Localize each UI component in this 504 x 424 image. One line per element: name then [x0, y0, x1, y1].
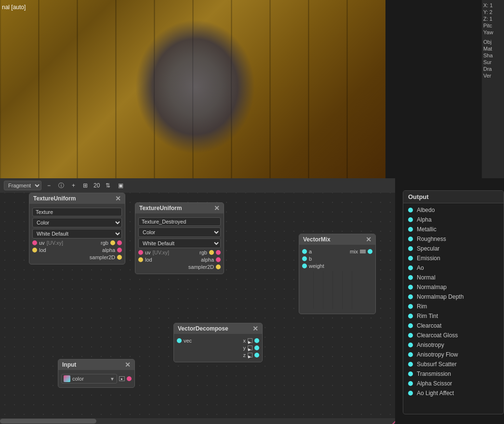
texture1-alpha-out-socket[interactable]	[117, 248, 122, 252]
node-input-close[interactable]: ✕	[125, 361, 131, 368]
output-item-metallic[interactable]: Metallic	[403, 225, 504, 234]
vectordecompose-x-arrow[interactable]: ▸	[248, 338, 252, 343]
node-vectordecompose-title: VectorDecompose	[178, 325, 228, 332]
node-texture2-close[interactable]: ✕	[214, 205, 220, 212]
vectormix-weight-label: weight	[309, 263, 324, 269]
vectormix-b-socket[interactable]	[302, 256, 307, 261]
output-item-anisotropy-flow[interactable]: Anisotropy Flow	[403, 350, 504, 359]
output-item-normalmap-depth[interactable]: Normalmap Depth	[403, 292, 504, 302]
pitch-info: Pitc	[483, 23, 503, 28]
right-info-panel: X: 1 Y: 2 Z: 1 Pitc Yaw Obj Mat Sha Sur …	[482, 0, 504, 178]
arrows-button[interactable]: ⇅	[104, 181, 112, 190]
output-dot-12	[408, 323, 413, 328]
output-label-9: Normalmap Depth	[417, 293, 464, 300]
output-item-roughness[interactable]: Roughness	[403, 234, 504, 244]
output-item-rim[interactable]: Rim	[403, 302, 504, 311]
vectormix-a-socket[interactable]	[302, 249, 307, 254]
node-toolbar: Fragment − ⓘ + ⊞ 20 ⇅ ▣	[0, 178, 395, 193]
texture2-rgb-out2-socket[interactable]	[216, 250, 221, 255]
vectormix-mix-out-socket[interactable]	[368, 249, 372, 254]
node-input-title: Input	[62, 361, 76, 368]
texture1-rgb-out2-socket[interactable]	[117, 240, 122, 245]
texture2-rgb-out-socket[interactable]	[209, 250, 214, 255]
input-color-out-socket[interactable]	[127, 376, 132, 381]
texture2-white-select[interactable]: White Default	[138, 238, 221, 248]
vectordecompose-z-arrow[interactable]: ▸	[248, 353, 252, 358]
output-list: AlbedoAlphaMetallicRoughnessSpecularEmis…	[403, 203, 504, 412]
node-vectordecompose-close[interactable]: ✕	[252, 325, 258, 332]
texture2-color-select[interactable]: Color	[138, 227, 221, 237]
output-dot-16	[408, 362, 413, 367]
output-item-emission[interactable]: Emission	[403, 253, 504, 263]
output-item-normalmap[interactable]: Normalmap	[403, 282, 504, 292]
dra-info: Dra	[483, 66, 503, 72]
texture2-lod-socket[interactable]	[138, 257, 143, 262]
node-texture2-header[interactable]: TextureUniform ✕	[135, 203, 224, 213]
input-color-arrow2[interactable]: ▸	[119, 376, 125, 381]
zoom-in-button[interactable]: +	[70, 181, 77, 190]
output-item-normal[interactable]: Normal	[403, 273, 504, 282]
node-vectordecompose-header[interactable]: VectorDecompose ✕	[174, 323, 262, 334]
output-item-anisotropy[interactable]: Anisotropy	[403, 340, 504, 350]
texture2-texture-input[interactable]	[138, 217, 221, 226]
texture2-uv-socket[interactable]	[138, 250, 143, 255]
output-dot-18	[408, 381, 413, 386]
vectordecompose-vec-label: vec	[184, 338, 192, 344]
input-color-arrow[interactable]: ▼	[110, 376, 115, 382]
output-dot-9	[408, 294, 413, 299]
output-item-ao[interactable]: Ao	[403, 263, 504, 273]
texture2-alpha-out-socket[interactable]	[216, 257, 221, 262]
output-item-albedo[interactable]: Albedo	[403, 205, 504, 215]
output-label-16: Subsurf Scatter	[417, 361, 457, 368]
texture1-sampler2d-label: sampler2D	[90, 254, 115, 260]
input-color-swatch	[64, 375, 70, 382]
texture1-white-select[interactable]: White Default	[32, 229, 122, 238]
input-color-field[interactable]: color ▼	[61, 374, 117, 384]
node-texture1-close[interactable]: ✕	[115, 195, 121, 202]
coord-z: Z: 1	[483, 16, 503, 22]
scrollbar-thumb[interactable]	[0, 419, 96, 424]
output-dot-7	[408, 275, 413, 280]
node-vectormix-close[interactable]: ✕	[366, 236, 371, 243]
texture1-color-select[interactable]: Color	[32, 218, 122, 227]
texture1-lod-socket[interactable]	[32, 248, 37, 252]
node-input-header[interactable]: Input ✕	[58, 359, 134, 370]
grid-button[interactable]: ⊞	[81, 181, 90, 190]
output-item-ao-light-affect[interactable]: Ao Light Affect	[403, 388, 504, 398]
node-texture1-header[interactable]: TextureUniform ✕	[29, 193, 125, 204]
output-item-alpha-scissor[interactable]: Alpha Scissor	[403, 379, 504, 388]
output-label-1: Alpha	[417, 216, 432, 223]
node-vectormix-header[interactable]: VectorMix ✕	[299, 234, 375, 245]
vectordecompose-x-socket[interactable]	[254, 338, 259, 343]
output-item-transmission[interactable]: Transmission	[403, 369, 504, 379]
output-item-subsurf-scatter[interactable]: Subsurf Scatter	[403, 359, 504, 369]
vectormix-mix-eye[interactable]	[360, 250, 366, 253]
texture1-uv-socket[interactable]	[32, 240, 37, 245]
texture1-alpha-label: alpha	[102, 247, 115, 253]
zoom-out-button[interactable]: −	[45, 181, 53, 190]
vectordecompose-y-arrow[interactable]: ▸	[248, 345, 252, 350]
texture1-rgb-out-socket[interactable]	[110, 240, 115, 245]
fragment-select[interactable]: Fragment	[4, 181, 41, 190]
vectordecompose-y-socket[interactable]	[254, 345, 259, 350]
node-textureuniform-1: TextureUniform ✕ Color White Default uv …	[29, 193, 125, 265]
vectordecompose-z-socket[interactable]	[254, 353, 259, 358]
ver-info: Ver	[483, 73, 503, 79]
texture1-texture-input[interactable]	[32, 208, 122, 216]
output-item-alpha[interactable]: Alpha	[403, 215, 504, 225]
output-item-clearcoat-gloss[interactable]: Clearcoat Gloss	[403, 331, 504, 340]
texture1-sampler2d-socket[interactable]	[117, 255, 122, 260]
doc-button[interactable]: ▣	[116, 181, 125, 190]
node-editor-scrollbar[interactable]	[0, 418, 395, 424]
vectordecompose-vec-socket[interactable]	[177, 338, 182, 343]
output-dot-8	[408, 285, 413, 290]
vectormix-weight-socket[interactable]	[302, 264, 307, 268]
coord-y: Y: 2	[483, 9, 503, 15]
node-vectormix: VectorMix ✕ a mix b weight	[299, 234, 376, 314]
info-button[interactable]: ⓘ	[56, 181, 66, 191]
output-item-specular[interactable]: Specular	[403, 244, 504, 253]
output-item-rim-tint[interactable]: Rim Tint	[403, 311, 504, 321]
output-dot-3	[408, 237, 413, 241]
texture2-sampler2d-socket[interactable]	[216, 265, 221, 269]
output-item-clearcoat[interactable]: Clearcoat	[403, 321, 504, 331]
